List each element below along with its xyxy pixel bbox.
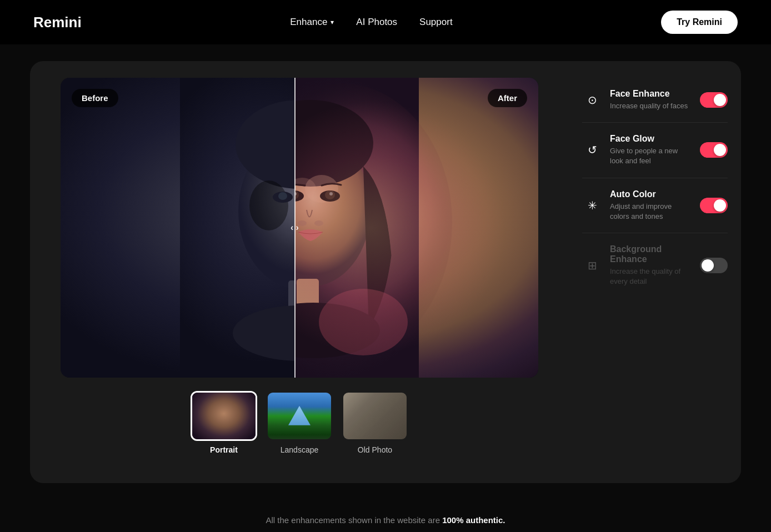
footer-text: All the enhancements shown in the websit… [266,515,442,525]
auto-color-title: Auto Color [610,189,692,199]
auto-color-toggle[interactable] [700,198,728,213]
face-enhance-title: Face Enhance [610,89,692,99]
nav-links: Enhance ▾ AI Photos Support [290,17,452,28]
thumbnail-portrait-label: Portrait [210,445,238,454]
background-enhance-title: Background Enhance [610,244,692,264]
background-enhance-desc: Increase the quality of every detail [610,267,692,287]
background-enhance-toggle[interactable] [700,258,728,273]
feature-face-enhance: ⊙ Face Enhance Increase quality of faces [582,78,728,123]
auto-color-slider [700,198,728,213]
main-container: ‹ › Before After Portrait [0,44,771,500]
nav-link-ai-photos[interactable]: AI Photos [356,17,397,28]
thumbnail-oldphoto-label: Old Photo [358,445,392,454]
main-card: ‹ › Before After Portrait [30,61,741,483]
background-enhance-icon: ⊞ [582,255,602,275]
thumbnail-list: Portrait Landscape Old Photo [191,391,408,454]
face-glow-slider [700,142,728,158]
svg-point-3 [249,180,288,230]
navbar: Remini Enhance ▾ AI Photos Support Try R… [0,0,771,44]
background-enhance-text: Background Enhance Increase the quality … [610,244,692,287]
auto-color-icon: ✳ [582,195,602,215]
try-remini-button[interactable]: Try Remini [661,11,738,34]
face-enhance-icon: ⊙ [582,90,602,110]
landscape-thumbnail-img [266,391,333,441]
nav-link-support[interactable]: Support [419,17,453,28]
oldphoto-preview [343,393,407,439]
footer-bold-text: 100% authentic. [442,515,505,525]
left-panel: ‹ › Before After Portrait [30,61,569,483]
footer: All the enhancements shown in the websit… [0,500,771,532]
face-enhance-slider [700,92,728,108]
thumbnail-landscape-label: Landscape [281,445,319,454]
comparison-image[interactable]: ‹ › Before After [61,78,538,378]
right-panel: ⊙ Face Enhance Increase quality of faces… [569,61,741,483]
drag-handle[interactable]: ‹ › [291,223,299,233]
thumbnail-old-photo[interactable]: Old Photo [342,391,408,454]
feature-face-glow: ↺ Face Glow Give to people a new look an… [582,123,728,178]
face-glow-icon: ↺ [582,140,602,160]
chevron-down-icon: ▾ [331,18,334,26]
portrait-preview [192,393,256,439]
face-glow-title: Face Glow [610,134,692,144]
landscape-preview [268,393,331,439]
face-glow-toggle[interactable] [700,142,728,158]
portrait-thumbnail-img [191,391,257,441]
right-arrow-icon: › [296,223,298,233]
feature-background-enhance: ⊞ Background Enhance Increase the qualit… [582,233,728,298]
thumbnail-landscape[interactable]: Landscape [266,391,333,454]
face-enhance-toggle[interactable] [700,92,728,108]
nav-logo[interactable]: Remini [33,14,82,31]
face-glow-desc: Give to people a new look and feel [610,146,692,166]
feature-auto-color: ✳ Auto Color Adjust and improve colors a… [582,178,728,233]
after-label: After [488,89,527,107]
thumbnail-portrait[interactable]: Portrait [191,391,257,454]
auto-color-desc: Adjust and improve colors and tones [610,202,692,222]
auto-color-text: Auto Color Adjust and improve colors and… [610,189,692,222]
left-arrow-icon: ‹ [291,223,293,233]
face-enhance-text: Face Enhance Increase quality of faces [610,89,692,111]
svg-point-7 [278,192,287,200]
nav-link-enhance[interactable]: Enhance ▾ [290,17,334,28]
face-glow-text: Face Glow Give to people a new look and … [610,134,692,166]
oldphoto-thumbnail-img [342,391,408,441]
background-enhance-slider [700,258,728,273]
face-enhance-desc: Increase quality of faces [610,101,692,111]
before-label: Before [72,89,118,107]
